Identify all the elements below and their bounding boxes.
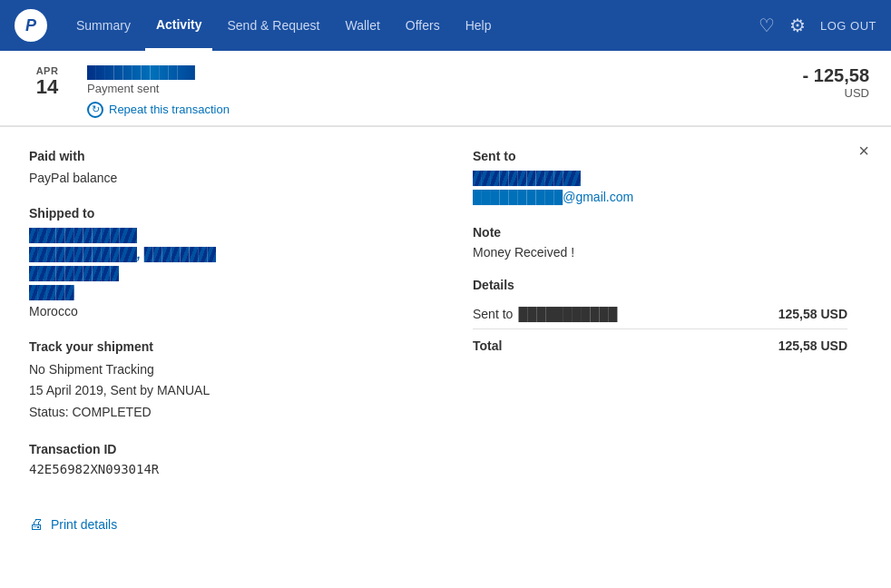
paid-with-label: Paid with — [29, 149, 404, 163]
repeat-transaction-link[interactable]: ↻ Repeat this transaction — [87, 102, 230, 118]
shipped-to-line4: █████ — [29, 283, 74, 302]
detail-left-column: Paid with PayPal balance Shipped to ████… — [29, 149, 418, 533]
track-line1: No Shipment Tracking — [29, 359, 404, 381]
track-line2: 15 April 2019, Sent by MANUAL — [29, 380, 404, 402]
shipped-to-value: ████████████ ████████████, ████████ ████… — [29, 226, 404, 321]
details-section: Details Sent to ███████████ 125,58 USD T… — [473, 278, 847, 360]
details-row-total: Total 125,58 USD — [473, 329, 847, 360]
nav-links: Summary Activity Send & Request Wallet O… — [65, 1, 759, 51]
nav-offers[interactable]: Offers — [395, 2, 451, 49]
transaction-amount: - 125,58 USD — [760, 65, 869, 100]
sent-to-name: ████████████ — [473, 169, 581, 188]
details-sent-to-label: Sent to ███████████ — [473, 307, 617, 321]
total-label: Total — [473, 338, 502, 353]
logout-button[interactable]: LOG OUT — [820, 19, 876, 33]
tx-id-value: 42E56982XN093014R — [29, 462, 404, 476]
print-details-link[interactable]: 🖨 Print details — [29, 516, 117, 533]
tracking-detail: No Shipment Tracking 15 April 2019, Sent… — [29, 359, 404, 424]
track-shipment-section: Track your shipment No Shipment Tracking… — [29, 339, 404, 424]
nav-activity[interactable]: Activity — [145, 1, 213, 51]
settings-icon[interactable]: ⚙ — [789, 15, 806, 36]
nav-send-request[interactable]: Send & Request — [216, 2, 330, 49]
shipped-to-label: Shipped to — [29, 206, 404, 220]
details-amount: 125,58 USD — [778, 307, 847, 321]
note-label: Note — [473, 225, 847, 240]
detail-panel: × Paid with PayPal balance Shipped to ██… — [0, 126, 891, 554]
notification-icon[interactable]: ♡ — [759, 15, 775, 36]
details-row-sent: Sent to ███████████ 125,58 USD — [473, 299, 847, 329]
close-button[interactable]: × — [858, 142, 869, 160]
nav-wallet[interactable]: Wallet — [334, 2, 390, 49]
total-amount: 125,58 USD — [778, 338, 847, 353]
transaction-name-text: ████████████ — [87, 65, 195, 80]
transaction-status: Payment sent — [87, 82, 760, 95]
track-line3: Status: COMPLETED — [29, 402, 404, 424]
print-icon: 🖨 — [29, 516, 44, 533]
amount-value: - 125,58 — [760, 65, 869, 86]
transaction-date: APR 14 — [22, 65, 73, 98]
paid-with-section: Paid with PayPal balance — [29, 149, 404, 188]
main-content: APR 14 ████████████ Payment sent ↻ Repea… — [0, 51, 891, 588]
transaction-id-section: Transaction ID 42E56982XN093014R — [29, 442, 404, 476]
note-value: Money Received ! — [473, 245, 847, 260]
paypal-logo[interactable]: P — [15, 9, 47, 42]
transaction-info: ████████████ Payment sent ↻ Repeat this … — [87, 65, 760, 118]
detail-right-column: Sent to ████████████ ██████████@gmail.co… — [473, 149, 862, 533]
details-label: Details — [473, 278, 847, 292]
transaction-row: APR 14 ████████████ Payment sent ↻ Repea… — [0, 51, 891, 126]
track-label: Track your shipment — [29, 339, 404, 354]
nav-summary[interactable]: Summary — [65, 2, 142, 49]
shipped-to-line3: ██████████ — [29, 264, 119, 283]
transaction-name: ████████████ — [87, 65, 760, 80]
detail-grid: Paid with PayPal balance Shipped to ████… — [29, 149, 862, 533]
details-table: Sent to ███████████ 125,58 USD Total 125… — [473, 299, 847, 360]
nav-help[interactable]: Help — [455, 2, 503, 49]
repeat-label: Repeat this transaction — [109, 103, 230, 116]
shipped-to-section: Shipped to ████████████ ████████████, ██… — [29, 206, 404, 321]
logo-letter: P — [25, 16, 36, 35]
nav-right-controls: ♡ ⚙ LOG OUT — [759, 15, 876, 36]
sent-to-value: ████████████ ██████████@gmail.com — [473, 169, 847, 207]
sent-to-email[interactable]: ██████████@gmail.com — [473, 190, 633, 204]
repeat-icon: ↻ — [87, 102, 103, 118]
shipped-to-line2: ████████████, ████████ — [29, 245, 216, 264]
shipped-to-country: Morocco — [29, 302, 404, 321]
paid-with-value: PayPal balance — [29, 169, 404, 188]
tx-id-label: Transaction ID — [29, 442, 404, 456]
sent-to-section: Sent to ████████████ ██████████@gmail.co… — [473, 149, 847, 207]
note-section: Note Money Received ! — [473, 225, 847, 260]
navigation: P Summary Activity Send & Request Wallet… — [0, 0, 891, 51]
print-label: Print details — [51, 517, 117, 532]
shipped-to-line1: ████████████ — [29, 226, 137, 245]
date-day: 14 — [22, 76, 73, 98]
details-sent-to-name: ███████████ — [518, 307, 617, 321]
sent-to-label: Sent to — [473, 149, 847, 163]
amount-currency: USD — [760, 86, 869, 100]
